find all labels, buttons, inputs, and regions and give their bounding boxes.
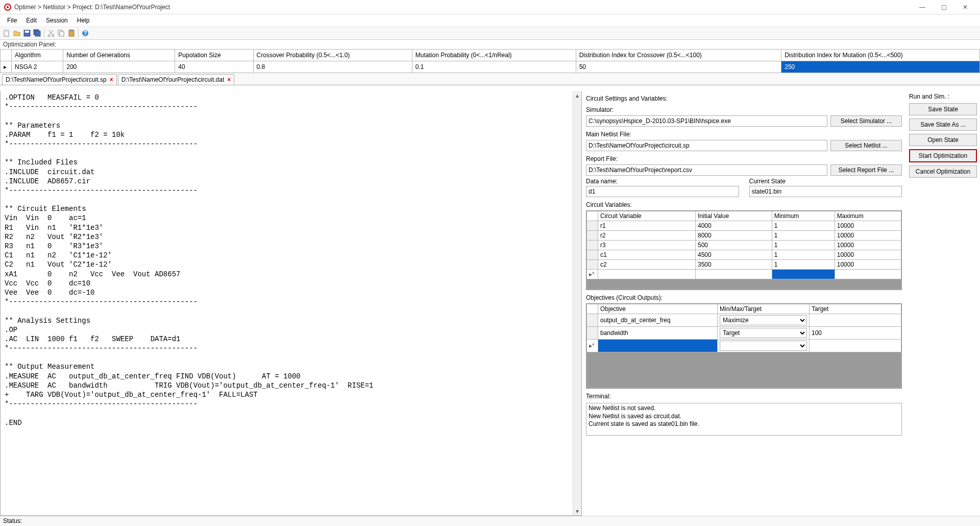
- close-button[interactable]: ✕: [954, 1, 976, 13]
- circuit-settings-panel: Circuit Settings and Variables: Simulato…: [582, 91, 906, 516]
- status-text: Status:: [3, 517, 22, 524]
- select-simulator-button[interactable]: Select Simulator ...: [830, 115, 902, 127]
- col-popsize[interactable]: Pupolation Size: [175, 50, 253, 61]
- table-row[interactable]: output_db_at_center_freqMaximize: [587, 314, 901, 327]
- col-dist-mut[interactable]: Distribution Index for Mutation (0.5<...…: [781, 50, 980, 61]
- start-optimization-button[interactable]: Start Optimization: [909, 149, 977, 162]
- cell-popsize[interactable]: 40: [175, 61, 253, 73]
- table-row[interactable]: r28000110000: [587, 231, 901, 241]
- table-row[interactable]: bandwidthTarget100: [587, 327, 901, 340]
- svg-rect-5: [35, 31, 40, 36]
- new-row-indicator[interactable]: ▸*: [587, 270, 598, 279]
- optimization-panel-label: Optimization Panel:: [0, 40, 980, 49]
- col-mutation[interactable]: Mutation Probability (0<...<1/nReal): [412, 50, 576, 61]
- paste-icon[interactable]: [67, 29, 76, 38]
- cell-crossover[interactable]: 0.8: [253, 61, 412, 73]
- window-title: Optimer > Netlistor > Project: D:\Test\N…: [14, 4, 170, 11]
- new-row[interactable]: ▸*: [587, 340, 901, 352]
- menu-session[interactable]: Session: [42, 16, 72, 25]
- save-all-icon[interactable]: [33, 29, 42, 38]
- dataname-input[interactable]: [586, 186, 739, 197]
- new-row-indicator[interactable]: ▸*: [587, 340, 598, 352]
- menu-help[interactable]: Help: [73, 16, 94, 25]
- minmax-select[interactable]: [720, 341, 807, 351]
- toolbar: ?: [0, 27, 980, 40]
- menu-file[interactable]: File: [3, 16, 21, 25]
- app-icon: [4, 4, 11, 11]
- netlist-label: Main Netlist File:: [586, 131, 902, 138]
- save-icon[interactable]: [22, 29, 32, 38]
- col-algorithm[interactable]: Algorithm: [12, 50, 63, 61]
- report-input[interactable]: [586, 164, 827, 176]
- row-handle-header: [1, 50, 12, 61]
- opt-row[interactable]: ▸ NSGA 2 200 40 0.8 0.1 50 250: [1, 61, 980, 73]
- save-state-as-button[interactable]: Save State As ...: [909, 118, 977, 131]
- open-state-button[interactable]: Open State: [909, 134, 977, 146]
- save-state-button[interactable]: Save State: [909, 103, 977, 115]
- toolbar-separator: [44, 29, 44, 38]
- terminal-output[interactable]: New Netlist is not saved. New Netlist is…: [586, 403, 902, 436]
- vars-label: Circuit Variables:: [586, 201, 902, 208]
- netlist-input[interactable]: [586, 140, 827, 151]
- open-file-icon[interactable]: [12, 29, 21, 38]
- cell-algorithm[interactable]: NSGA 2: [12, 61, 63, 73]
- copy-icon[interactable]: [57, 29, 66, 38]
- svg-rect-9: [60, 32, 64, 36]
- editor-content[interactable]: .OPTION MEASFAIL = 0 *------------------…: [1, 91, 581, 429]
- simulator-input[interactable]: [586, 115, 827, 127]
- cancel-optimization-button[interactable]: Cancel Optimization: [909, 165, 977, 178]
- table-row[interactable]: r14000110000: [587, 221, 901, 231]
- menu-edit[interactable]: Edit: [22, 16, 41, 25]
- settings-title: Circuit Settings and Variables:: [586, 95, 902, 102]
- table-row[interactable]: c23500110000: [587, 260, 901, 270]
- maximize-button[interactable]: ▢: [933, 1, 954, 13]
- tab-circuit-sp[interactable]: D:\Test\NameOfYourProject\circuit.sp ×: [2, 74, 117, 85]
- terminal-text: New Netlist is not saved. New Netlist is…: [589, 404, 899, 428]
- col-min[interactable]: Minimum: [772, 211, 835, 221]
- tab-circuit-dat[interactable]: D:\Test\NameOfYourProject\circuit.dat ×: [118, 74, 235, 85]
- col-target[interactable]: Target: [810, 304, 901, 314]
- cell-dist-mut[interactable]: 250: [781, 61, 980, 73]
- cell-generations[interactable]: 200: [63, 61, 175, 73]
- circuit-variables-grid[interactable]: Circuit Variable Initial Value Minimum M…: [586, 210, 902, 290]
- terminal-label: Terminal:: [586, 393, 902, 400]
- scrollbar-vertical[interactable]: ▴ ▾: [573, 91, 581, 515]
- minmax-select[interactable]: Target: [720, 328, 807, 338]
- col-variable[interactable]: Circuit Variable: [598, 211, 696, 221]
- help-icon[interactable]: ?: [81, 29, 90, 38]
- col-generations[interactable]: Number of Generations: [63, 50, 175, 61]
- col-dist-cross[interactable]: Distribution Index for Crossover (0.5<..…: [576, 50, 781, 61]
- table-row[interactable]: c14500110000: [587, 250, 901, 260]
- code-editor[interactable]: .OPTION MEASFAIL = 0 *------------------…: [0, 91, 582, 516]
- svg-text:?: ?: [83, 30, 87, 37]
- tab-label: D:\Test\NameOfYourProject\circuit.sp: [6, 76, 107, 83]
- new-file-icon[interactable]: [2, 29, 11, 38]
- close-icon[interactable]: ×: [227, 76, 231, 83]
- svg-rect-3: [25, 31, 29, 33]
- cut-icon[interactable]: [46, 29, 56, 38]
- state-input[interactable]: [749, 186, 902, 197]
- close-icon[interactable]: ×: [110, 76, 113, 83]
- minimize-button[interactable]: —: [912, 1, 933, 13]
- col-initial[interactable]: Initial Value: [695, 211, 772, 221]
- scroll-up-icon[interactable]: ▴: [573, 91, 581, 100]
- scroll-down-icon[interactable]: ▾: [573, 507, 581, 515]
- col-minmax[interactable]: Min/Max/Target: [718, 304, 810, 314]
- col-crossover[interactable]: Crossover Probability (0.5<...<1.0): [253, 50, 412, 61]
- state-label: Current State: [749, 178, 902, 185]
- new-row[interactable]: ▸*: [587, 270, 901, 279]
- cell-mutation[interactable]: 0.1: [412, 61, 576, 73]
- select-netlist-button[interactable]: Select Netlist ...: [830, 140, 902, 151]
- col-objective[interactable]: Objective: [598, 304, 718, 314]
- cell-dist-cross[interactable]: 50: [576, 61, 781, 73]
- row-handle[interactable]: ▸: [1, 61, 12, 73]
- statusbar: Status:: [0, 516, 980, 526]
- optimization-table[interactable]: Algorithm Number of Generations Pupolati…: [0, 49, 980, 73]
- col-max[interactable]: Maximum: [835, 211, 901, 221]
- objectives-grid[interactable]: Objective Min/Max/Target Target output_d…: [586, 303, 902, 389]
- dataname-label: Data name:: [586, 178, 739, 185]
- objectives-label: Objectives (Circuit Outputs):: [586, 294, 902, 301]
- select-report-button[interactable]: Select Report File ...: [830, 164, 902, 176]
- minmax-select[interactable]: Maximize: [720, 315, 807, 325]
- table-row[interactable]: r3500110000: [587, 241, 901, 250]
